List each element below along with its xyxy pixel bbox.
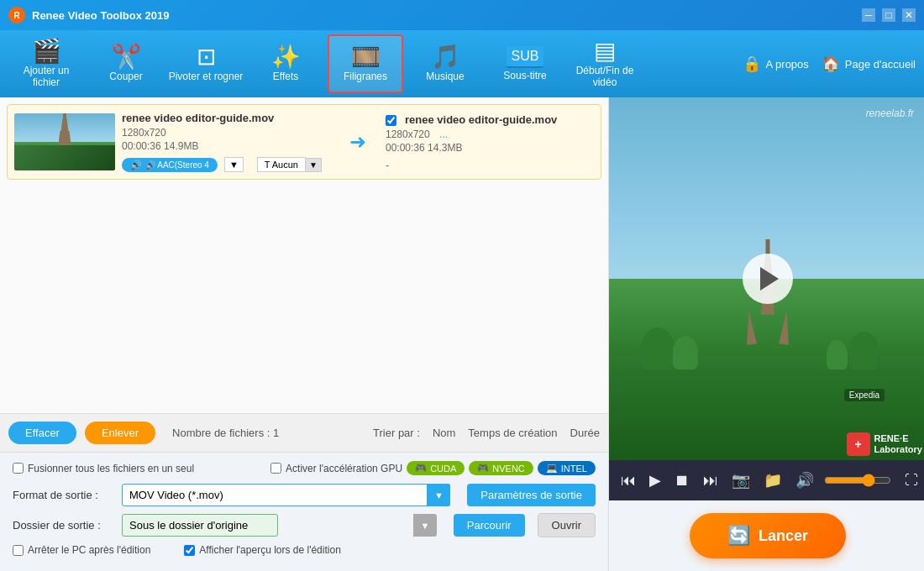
bottom-action-bar: Effacer Enlever Nombre de fichiers : 1 T… (0, 413, 608, 452)
format-input[interactable] (122, 484, 450, 506)
enlever-button[interactable]: Enlever (85, 422, 155, 444)
forward-button[interactable]: ⏭ (700, 469, 722, 493)
close-button[interactable]: ✕ (902, 8, 916, 22)
settings-panel: Fusionner tous les fichiers en un seul A… (0, 452, 608, 571)
play-overlay-button[interactable] (743, 254, 793, 304)
sort-creation[interactable]: Temps de création (468, 427, 557, 439)
app-logo: R (8, 7, 25, 24)
sort-nom[interactable]: Nom (433, 427, 455, 439)
minimize-button[interactable]: ─ (862, 8, 875, 22)
lock-icon: 🔒 (743, 55, 761, 73)
rewind-button[interactable]: ⏮ (617, 469, 639, 493)
launch-section: 🔄 Lancer (609, 500, 924, 571)
gpu-checkbox[interactable] (270, 463, 281, 474)
dossier-select-wrapper: ▼ (122, 514, 437, 537)
toolbar-item-filigranes[interactable]: 🎞️ Filigranes (328, 34, 403, 93)
toolbar-label-filigranes: Filigranes (344, 71, 387, 82)
toolbar-label-musique: Musique (426, 71, 464, 82)
stop-button[interactable]: ⏹ (671, 469, 693, 493)
settings-row-1: Fusionner tous les fichiers en un seul A… (13, 461, 596, 475)
parametres-button[interactable]: Paramètres de sortie (467, 484, 596, 506)
settings-row-dossier: Dossier de sortie : ▼ Parcourir Ouvrir (13, 513, 596, 537)
trier-label: Trier par : (373, 427, 420, 439)
file-list-area: renee video editor-guide.mov 1280x720 00… (0, 97, 608, 413)
fusionner-checkbox-label[interactable]: Fusionner tous les fichiers en un seul (13, 463, 194, 474)
gpu-section: Activer l'accélération GPU 🎮 CUDA 🎮 NVEN… (270, 461, 596, 475)
parcourir-button[interactable]: Parcourir (454, 514, 525, 537)
text-dropdown-arrow[interactable]: ▼ (306, 158, 322, 172)
speaker-icon: 🔊 (130, 160, 142, 170)
volume-icon-button[interactable]: 🔊 (792, 468, 817, 493)
maximize-button[interactable]: □ (882, 8, 895, 22)
arreter-checkbox-label[interactable]: Arrêter le PC après l'édition (13, 544, 150, 556)
dossier-label: Dossier de sortie : (13, 519, 113, 532)
toolbar-label-pivoter: Pivoter et rogner (169, 71, 244, 82)
settings-row-format: Format de sortie : ▼ Paramètres de sorti… (13, 484, 596, 506)
toolbar-label-ajouter: Ajouter un fichier (8, 65, 84, 88)
toolbar-label-effets: Effets (273, 71, 298, 82)
toolbar-item-couper[interactable]: ✂️ Couper (88, 34, 164, 93)
title-bar: R Renee Video Toolbox 2019 ─ □ ✕ (0, 0, 924, 30)
debut-fin-icon: ▤ (594, 39, 616, 63)
effets-icon: ✨ (271, 45, 301, 69)
output-more-btn[interactable]: ... (439, 128, 448, 140)
toolbar-item-pivoter[interactable]: ⊡ Pivoter et rogner (168, 34, 244, 93)
nvenc-icon: 🎮 (477, 463, 489, 474)
dossier-input[interactable] (122, 514, 278, 537)
video-controls: ⏮ ▶ ⏹ ⏭ 📷 📁 🔊 ⛶ (609, 460, 924, 500)
folder-button[interactable]: 📁 (760, 468, 785, 493)
window-controls: ─ □ ✕ (862, 8, 916, 22)
launch-button[interactable]: 🔄 Lancer (690, 513, 846, 558)
output-filename: renee video editor-guide.mov (405, 113, 557, 126)
logo-text: RENE·E Laboratory (874, 433, 922, 455)
source-duration-size: 00:00:36 14.9MB (122, 140, 330, 152)
settings-row-bottom-checks: Arrêter le PC après l'édition Afficher l… (13, 544, 596, 556)
output-checkbox[interactable] (386, 115, 396, 126)
apropos-button[interactable]: 🔒 A propos (743, 55, 809, 73)
main-content: renee video editor-guide.mov 1280x720 00… (0, 97, 924, 571)
toolbar-item-ajouter[interactable]: 🎬 Ajouter un fichier (8, 34, 84, 93)
format-dropdown-arrow[interactable]: ▼ (427, 484, 450, 506)
source-resolution: 1280x720 (122, 127, 330, 139)
screenshot-button[interactable]: 📷 (728, 468, 753, 493)
expedia-badge: Expedia (844, 389, 885, 401)
toolbar-item-debut-fin[interactable]: ▤ Début/Fin de vidéo (567, 34, 643, 93)
file-audio-controls: 🔊 🔊 AAC(Stereo 4 ▼ T Aucun ▼ (122, 157, 330, 172)
launch-refresh-icon: 🔄 (727, 525, 750, 547)
dossier-dropdown-arrow[interactable]: ▼ (413, 514, 437, 537)
pivoter-icon: ⊡ (197, 45, 216, 69)
afficher-checkbox-label[interactable]: Afficher l'aperçu lors de l'édition (184, 544, 340, 556)
home-icon: 🏠 (822, 55, 840, 73)
audio-dropdown[interactable]: ▼ (224, 157, 244, 172)
toolbar-item-sous-titre[interactable]: SUB Sous-titre (487, 34, 563, 93)
afficher-checkbox[interactable] (184, 545, 195, 556)
sort-duree[interactable]: Durée (570, 427, 600, 439)
sous-titre-icon: SUB (507, 46, 544, 68)
toolbar-item-musique[interactable]: 🎵 Musique (407, 34, 483, 93)
gpu-checkbox-label[interactable]: Activer l'accélération GPU (270, 463, 402, 474)
audio-badge: 🔊 🔊 AAC(Stereo 4 (122, 158, 218, 172)
ouvrir-button[interactable]: Ouvrir (538, 513, 596, 537)
effacer-button[interactable]: Effacer (8, 422, 76, 444)
output-extra: - (386, 159, 594, 171)
accueil-button[interactable]: 🏠 Page d'accueil (822, 55, 916, 73)
fullscreen-button[interactable]: ⛶ (905, 473, 918, 488)
toolbar-label-couper: Couper (109, 71, 142, 82)
right-arrow-icon: ➜ (349, 130, 366, 154)
volume-slider[interactable] (824, 474, 891, 487)
logo-corner: + RENE·E Laboratory (847, 432, 922, 456)
filigranes-icon: 🎞️ (351, 45, 381, 69)
arreter-checkbox[interactable] (13, 545, 24, 556)
file-row: renee video editor-guide.mov 1280x720 00… (7, 104, 601, 180)
format-label: Format de sortie : (13, 489, 113, 501)
toolbar-right: 🔒 A propos 🏠 Page d'accueil (743, 55, 916, 73)
play-button[interactable]: ▶ (646, 468, 664, 493)
toolbar: 🎬 Ajouter un fichier ✂️ Couper ⊡ Pivoter… (0, 30, 924, 97)
source-filename: renee video editor-guide.mov (122, 112, 330, 124)
fusionner-checkbox[interactable] (13, 463, 24, 474)
sort-section: Trier par : Nom Temps de création Durée (373, 427, 600, 439)
intel-icon: 💻 (546, 463, 558, 474)
toolbar-item-effets[interactable]: ✨ Effets (248, 34, 323, 93)
nvenc-badge: 🎮 NVENC (469, 461, 533, 475)
file-output-info: renee video editor-guide.mov 1280x720 ..… (386, 113, 594, 171)
